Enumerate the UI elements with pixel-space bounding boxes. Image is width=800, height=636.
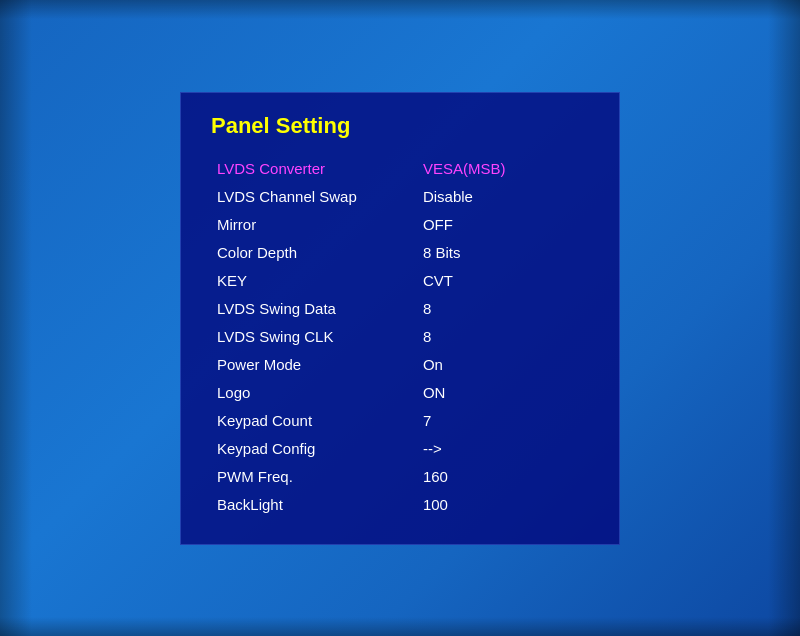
label-backlight: BackLight xyxy=(211,491,419,519)
label-lvds-channel-swap: LVDS Channel Swap xyxy=(211,183,419,211)
menu-row-lvds-swing-clk[interactable]: LVDS Swing CLK8 xyxy=(211,323,589,351)
value-logo: ON xyxy=(419,379,589,407)
menu-row-mirror[interactable]: MirrorOFF xyxy=(211,211,589,239)
label-key: KEY xyxy=(211,267,419,295)
value-keypad-config: --> xyxy=(419,435,589,463)
value-power-mode: On xyxy=(419,351,589,379)
label-pwm-freq: PWM Freq. xyxy=(211,463,419,491)
menu-row-lvds-channel-swap[interactable]: LVDS Channel SwapDisable xyxy=(211,183,589,211)
menu-row-key[interactable]: KEYCVT xyxy=(211,267,589,295)
settings-table: LVDS ConverterVESA(MSB)LVDS Channel Swap… xyxy=(211,155,589,519)
panel-menu: Panel Setting LVDS ConverterVESA(MSB)LVD… xyxy=(180,92,620,545)
label-keypad-count: Keypad Count xyxy=(211,407,419,435)
value-backlight: 100 xyxy=(419,491,589,519)
menu-row-backlight[interactable]: BackLight100 xyxy=(211,491,589,519)
value-color-depth: 8 Bits xyxy=(419,239,589,267)
panel-title: Panel Setting xyxy=(211,113,589,139)
value-lvds-converter: VESA(MSB) xyxy=(419,155,589,183)
screen-background: Panel Setting LVDS ConverterVESA(MSB)LVD… xyxy=(0,0,800,636)
value-lvds-channel-swap: Disable xyxy=(419,183,589,211)
label-mirror: Mirror xyxy=(211,211,419,239)
value-mirror: OFF xyxy=(419,211,589,239)
value-lvds-swing-clk: 8 xyxy=(419,323,589,351)
menu-row-color-depth[interactable]: Color Depth8 Bits xyxy=(211,239,589,267)
label-lvds-swing-clk: LVDS Swing CLK xyxy=(211,323,419,351)
menu-row-keypad-config[interactable]: Keypad Config--> xyxy=(211,435,589,463)
label-keypad-config: Keypad Config xyxy=(211,435,419,463)
menu-row-lvds-converter[interactable]: LVDS ConverterVESA(MSB) xyxy=(211,155,589,183)
label-power-mode: Power Mode xyxy=(211,351,419,379)
label-color-depth: Color Depth xyxy=(211,239,419,267)
value-lvds-swing-data: 8 xyxy=(419,295,589,323)
label-logo: Logo xyxy=(211,379,419,407)
label-lvds-swing-data: LVDS Swing Data xyxy=(211,295,419,323)
label-lvds-converter: LVDS Converter xyxy=(211,155,419,183)
menu-row-logo[interactable]: LogoON xyxy=(211,379,589,407)
value-keypad-count: 7 xyxy=(419,407,589,435)
value-pwm-freq: 160 xyxy=(419,463,589,491)
menu-row-pwm-freq[interactable]: PWM Freq.160 xyxy=(211,463,589,491)
value-key: CVT xyxy=(419,267,589,295)
menu-row-keypad-count[interactable]: Keypad Count7 xyxy=(211,407,589,435)
menu-row-lvds-swing-data[interactable]: LVDS Swing Data8 xyxy=(211,295,589,323)
menu-row-power-mode[interactable]: Power ModeOn xyxy=(211,351,589,379)
